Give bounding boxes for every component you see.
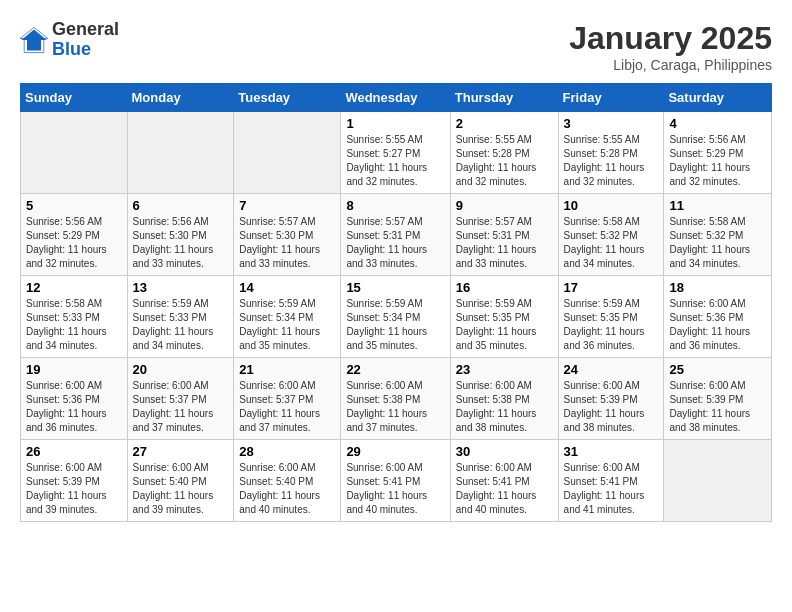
day-info: Sunrise: 6:00 AM Sunset: 5:41 PM Dayligh…: [456, 461, 553, 517]
day-info: Sunrise: 5:56 AM Sunset: 5:29 PM Dayligh…: [26, 215, 122, 271]
day-number: 19: [26, 362, 122, 377]
day-info: Sunrise: 5:57 AM Sunset: 5:30 PM Dayligh…: [239, 215, 335, 271]
calendar-cell: 22Sunrise: 6:00 AM Sunset: 5:38 PM Dayli…: [341, 358, 450, 440]
day-info: Sunrise: 6:00 AM Sunset: 5:40 PM Dayligh…: [133, 461, 229, 517]
day-number: 15: [346, 280, 444, 295]
day-number: 30: [456, 444, 553, 459]
day-info: Sunrise: 5:59 AM Sunset: 5:34 PM Dayligh…: [239, 297, 335, 353]
day-number: 26: [26, 444, 122, 459]
week-row-1: 1Sunrise: 5:55 AM Sunset: 5:27 PM Daylig…: [21, 112, 772, 194]
day-info: Sunrise: 5:56 AM Sunset: 5:30 PM Dayligh…: [133, 215, 229, 271]
header-row: SundayMondayTuesdayWednesdayThursdayFrid…: [21, 84, 772, 112]
day-number: 18: [669, 280, 766, 295]
calendar-cell: 6Sunrise: 5:56 AM Sunset: 5:30 PM Daylig…: [127, 194, 234, 276]
calendar-body: 1Sunrise: 5:55 AM Sunset: 5:27 PM Daylig…: [21, 112, 772, 522]
calendar-cell: 29Sunrise: 6:00 AM Sunset: 5:41 PM Dayli…: [341, 440, 450, 522]
day-info: Sunrise: 6:00 AM Sunset: 5:36 PM Dayligh…: [26, 379, 122, 435]
calendar-cell: [234, 112, 341, 194]
day-number: 7: [239, 198, 335, 213]
day-info: Sunrise: 6:00 AM Sunset: 5:37 PM Dayligh…: [133, 379, 229, 435]
day-info: Sunrise: 5:55 AM Sunset: 5:28 PM Dayligh…: [564, 133, 659, 189]
week-row-4: 19Sunrise: 6:00 AM Sunset: 5:36 PM Dayli…: [21, 358, 772, 440]
calendar-cell: 2Sunrise: 5:55 AM Sunset: 5:28 PM Daylig…: [450, 112, 558, 194]
day-info: Sunrise: 6:00 AM Sunset: 5:37 PM Dayligh…: [239, 379, 335, 435]
calendar-cell: 10Sunrise: 5:58 AM Sunset: 5:32 PM Dayli…: [558, 194, 664, 276]
day-number: 17: [564, 280, 659, 295]
calendar-header: SundayMondayTuesdayWednesdayThursdayFrid…: [21, 84, 772, 112]
day-info: Sunrise: 5:59 AM Sunset: 5:35 PM Dayligh…: [456, 297, 553, 353]
day-number: 31: [564, 444, 659, 459]
calendar-cell: [664, 440, 772, 522]
day-number: 14: [239, 280, 335, 295]
calendar-cell: 11Sunrise: 5:58 AM Sunset: 5:32 PM Dayli…: [664, 194, 772, 276]
day-info: Sunrise: 5:57 AM Sunset: 5:31 PM Dayligh…: [456, 215, 553, 271]
day-number: 4: [669, 116, 766, 131]
title-block: January 2025 Libjo, Caraga, Philippines: [569, 20, 772, 73]
day-number: 5: [26, 198, 122, 213]
day-info: Sunrise: 6:00 AM Sunset: 5:36 PM Dayligh…: [669, 297, 766, 353]
calendar-cell: 16Sunrise: 5:59 AM Sunset: 5:35 PM Dayli…: [450, 276, 558, 358]
day-info: Sunrise: 5:59 AM Sunset: 5:34 PM Dayligh…: [346, 297, 444, 353]
calendar-cell: 31Sunrise: 6:00 AM Sunset: 5:41 PM Dayli…: [558, 440, 664, 522]
day-info: Sunrise: 5:59 AM Sunset: 5:35 PM Dayligh…: [564, 297, 659, 353]
calendar-cell: 14Sunrise: 5:59 AM Sunset: 5:34 PM Dayli…: [234, 276, 341, 358]
day-number: 12: [26, 280, 122, 295]
calendar-cell: 4Sunrise: 5:56 AM Sunset: 5:29 PM Daylig…: [664, 112, 772, 194]
calendar-cell: 24Sunrise: 6:00 AM Sunset: 5:39 PM Dayli…: [558, 358, 664, 440]
day-number: 23: [456, 362, 553, 377]
logo-text: General Blue: [52, 20, 119, 60]
calendar-cell: 9Sunrise: 5:57 AM Sunset: 5:31 PM Daylig…: [450, 194, 558, 276]
calendar-table: SundayMondayTuesdayWednesdayThursdayFrid…: [20, 83, 772, 522]
day-info: Sunrise: 6:00 AM Sunset: 5:39 PM Dayligh…: [669, 379, 766, 435]
day-number: 10: [564, 198, 659, 213]
day-info: Sunrise: 5:55 AM Sunset: 5:27 PM Dayligh…: [346, 133, 444, 189]
day-number: 22: [346, 362, 444, 377]
logo-icon: [20, 26, 48, 54]
day-number: 2: [456, 116, 553, 131]
calendar-cell: [127, 112, 234, 194]
logo: General Blue: [20, 20, 119, 60]
calendar-cell: 17Sunrise: 5:59 AM Sunset: 5:35 PM Dayli…: [558, 276, 664, 358]
day-number: 13: [133, 280, 229, 295]
day-number: 20: [133, 362, 229, 377]
calendar-cell: 30Sunrise: 6:00 AM Sunset: 5:41 PM Dayli…: [450, 440, 558, 522]
day-info: Sunrise: 6:00 AM Sunset: 5:41 PM Dayligh…: [564, 461, 659, 517]
calendar-title: January 2025: [569, 20, 772, 57]
week-row-2: 5Sunrise: 5:56 AM Sunset: 5:29 PM Daylig…: [21, 194, 772, 276]
day-number: 25: [669, 362, 766, 377]
calendar-cell: 12Sunrise: 5:58 AM Sunset: 5:33 PM Dayli…: [21, 276, 128, 358]
header-sunday: Sunday: [21, 84, 128, 112]
header-tuesday: Tuesday: [234, 84, 341, 112]
calendar-cell: 21Sunrise: 6:00 AM Sunset: 5:37 PM Dayli…: [234, 358, 341, 440]
calendar-cell: 28Sunrise: 6:00 AM Sunset: 5:40 PM Dayli…: [234, 440, 341, 522]
day-number: 6: [133, 198, 229, 213]
day-info: Sunrise: 6:00 AM Sunset: 5:38 PM Dayligh…: [456, 379, 553, 435]
day-info: Sunrise: 5:58 AM Sunset: 5:32 PM Dayligh…: [564, 215, 659, 271]
day-number: 24: [564, 362, 659, 377]
day-info: Sunrise: 5:59 AM Sunset: 5:33 PM Dayligh…: [133, 297, 229, 353]
logo-blue-text: Blue: [52, 40, 119, 60]
day-info: Sunrise: 6:00 AM Sunset: 5:39 PM Dayligh…: [26, 461, 122, 517]
week-row-3: 12Sunrise: 5:58 AM Sunset: 5:33 PM Dayli…: [21, 276, 772, 358]
day-info: Sunrise: 5:55 AM Sunset: 5:28 PM Dayligh…: [456, 133, 553, 189]
header-saturday: Saturday: [664, 84, 772, 112]
day-info: Sunrise: 6:00 AM Sunset: 5:38 PM Dayligh…: [346, 379, 444, 435]
calendar-cell: 18Sunrise: 6:00 AM Sunset: 5:36 PM Dayli…: [664, 276, 772, 358]
day-number: 11: [669, 198, 766, 213]
day-number: 27: [133, 444, 229, 459]
day-info: Sunrise: 6:00 AM Sunset: 5:40 PM Dayligh…: [239, 461, 335, 517]
calendar-cell: 7Sunrise: 5:57 AM Sunset: 5:30 PM Daylig…: [234, 194, 341, 276]
day-info: Sunrise: 5:56 AM Sunset: 5:29 PM Dayligh…: [669, 133, 766, 189]
calendar-cell: 8Sunrise: 5:57 AM Sunset: 5:31 PM Daylig…: [341, 194, 450, 276]
day-info: Sunrise: 6:00 AM Sunset: 5:39 PM Dayligh…: [564, 379, 659, 435]
calendar-cell: 23Sunrise: 6:00 AM Sunset: 5:38 PM Dayli…: [450, 358, 558, 440]
calendar-cell: [21, 112, 128, 194]
day-number: 21: [239, 362, 335, 377]
header-monday: Monday: [127, 84, 234, 112]
calendar-cell: 3Sunrise: 5:55 AM Sunset: 5:28 PM Daylig…: [558, 112, 664, 194]
svg-marker-0: [21, 29, 46, 50]
calendar-cell: 15Sunrise: 5:59 AM Sunset: 5:34 PM Dayli…: [341, 276, 450, 358]
calendar-cell: 5Sunrise: 5:56 AM Sunset: 5:29 PM Daylig…: [21, 194, 128, 276]
header-wednesday: Wednesday: [341, 84, 450, 112]
day-info: Sunrise: 5:58 AM Sunset: 5:33 PM Dayligh…: [26, 297, 122, 353]
